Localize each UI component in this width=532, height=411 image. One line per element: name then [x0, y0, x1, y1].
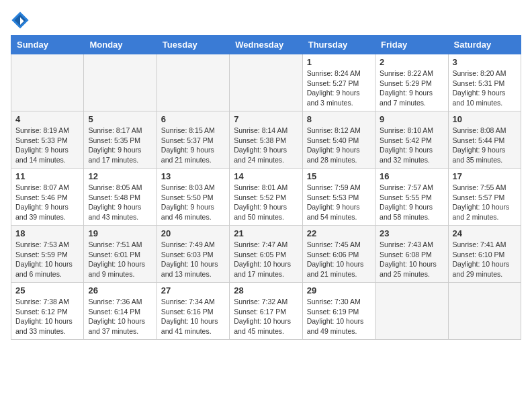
calendar-cell: 24Sunrise: 7:41 AM Sunset: 6:10 PM Dayli… [448, 226, 521, 283]
day-number: 2 [380, 57, 443, 67]
calendar-week-row: 1Sunrise: 8:24 AM Sunset: 5:27 PM Daylig… [11, 54, 521, 111]
page-header [11, 11, 521, 30]
day-info: Sunrise: 8:17 AM Sunset: 5:35 PM Dayligh… [88, 126, 152, 165]
calendar-cell: 23Sunrise: 7:43 AM Sunset: 6:08 PM Dayli… [375, 226, 448, 283]
day-number: 14 [234, 171, 298, 181]
calendar-cell [157, 54, 229, 111]
day-info: Sunrise: 7:43 AM Sunset: 6:08 PM Dayligh… [380, 240, 443, 279]
calendar-week-row: 11Sunrise: 8:07 AM Sunset: 5:46 PM Dayli… [11, 169, 521, 226]
day-number: 4 [15, 114, 79, 124]
day-info: Sunrise: 7:45 AM Sunset: 6:06 PM Dayligh… [307, 240, 371, 279]
day-info: Sunrise: 7:55 AM Sunset: 5:57 PM Dayligh… [453, 183, 517, 222]
day-info: Sunrise: 8:08 AM Sunset: 5:44 PM Dayligh… [453, 126, 517, 165]
day-info: Sunrise: 7:51 AM Sunset: 6:01 PM Dayligh… [88, 240, 152, 279]
calendar-cell: 5Sunrise: 8:17 AM Sunset: 5:35 PM Daylig… [84, 111, 157, 169]
day-number: 10 [453, 114, 517, 124]
calendar-cell: 21Sunrise: 7:47 AM Sunset: 6:05 PM Dayli… [230, 226, 302, 283]
day-number: 22 [307, 228, 371, 238]
day-info: Sunrise: 7:34 AM Sunset: 6:16 PM Dayligh… [161, 297, 225, 336]
day-info: Sunrise: 7:59 AM Sunset: 5:53 PM Dayligh… [307, 183, 371, 222]
day-info: Sunrise: 8:20 AM Sunset: 5:31 PM Dayligh… [453, 68, 517, 108]
day-info: Sunrise: 8:12 AM Sunset: 5:40 PM Dayligh… [307, 126, 371, 165]
header-monday: Monday [84, 36, 157, 54]
day-info: Sunrise: 7:53 AM Sunset: 5:59 PM Dayligh… [15, 240, 79, 279]
calendar-week-row: 18Sunrise: 7:53 AM Sunset: 5:59 PM Dayli… [11, 226, 521, 283]
calendar-cell: 8Sunrise: 8:12 AM Sunset: 5:40 PM Daylig… [302, 111, 375, 169]
day-number: 20 [161, 228, 225, 238]
day-number: 1 [307, 57, 371, 67]
day-info: Sunrise: 8:19 AM Sunset: 5:33 PM Dayligh… [15, 126, 79, 165]
day-number: 15 [307, 171, 371, 181]
day-info: Sunrise: 8:05 AM Sunset: 5:48 PM Dayligh… [88, 183, 152, 222]
day-info: Sunrise: 8:14 AM Sunset: 5:38 PM Dayligh… [234, 126, 298, 165]
day-info: Sunrise: 7:47 AM Sunset: 6:05 PM Dayligh… [234, 240, 298, 279]
calendar-cell: 28Sunrise: 7:32 AM Sunset: 6:17 PM Dayli… [230, 283, 302, 340]
calendar-cell: 15Sunrise: 7:59 AM Sunset: 5:53 PM Dayli… [302, 169, 375, 226]
logo-icon [11, 11, 30, 30]
day-number: 8 [307, 114, 371, 124]
calendar-cell: 12Sunrise: 8:05 AM Sunset: 5:48 PM Dayli… [84, 169, 157, 226]
day-info: Sunrise: 7:36 AM Sunset: 6:14 PM Dayligh… [88, 297, 152, 336]
day-number: 21 [234, 228, 298, 238]
calendar-cell: 17Sunrise: 7:55 AM Sunset: 5:57 PM Dayli… [448, 169, 521, 226]
day-info: Sunrise: 7:38 AM Sunset: 6:12 PM Dayligh… [15, 297, 79, 336]
day-number: 16 [380, 171, 443, 181]
calendar-cell: 14Sunrise: 8:01 AM Sunset: 5:52 PM Dayli… [230, 169, 302, 226]
day-info: Sunrise: 7:57 AM Sunset: 5:55 PM Dayligh… [380, 183, 443, 222]
calendar-cell: 29Sunrise: 7:30 AM Sunset: 6:19 PM Dayli… [302, 283, 375, 340]
day-number: 6 [161, 114, 225, 124]
day-info: Sunrise: 7:49 AM Sunset: 6:03 PM Dayligh… [161, 240, 225, 279]
calendar-cell [11, 54, 84, 111]
day-info: Sunrise: 8:24 AM Sunset: 5:27 PM Dayligh… [307, 68, 371, 108]
day-info: Sunrise: 7:32 AM Sunset: 6:17 PM Dayligh… [234, 297, 298, 336]
day-number: 3 [453, 57, 517, 67]
day-info: Sunrise: 8:10 AM Sunset: 5:42 PM Dayligh… [380, 126, 443, 165]
calendar-cell: 6Sunrise: 8:15 AM Sunset: 5:37 PM Daylig… [157, 111, 229, 169]
day-number: 17 [453, 171, 517, 181]
calendar-cell: 1Sunrise: 8:24 AM Sunset: 5:27 PM Daylig… [302, 54, 375, 111]
calendar-cell: 4Sunrise: 8:19 AM Sunset: 5:33 PM Daylig… [11, 111, 84, 169]
calendar-cell: 22Sunrise: 7:45 AM Sunset: 6:06 PM Dayli… [302, 226, 375, 283]
calendar-cell: 11Sunrise: 8:07 AM Sunset: 5:46 PM Dayli… [11, 169, 84, 226]
logo [11, 11, 32, 30]
calendar-cell: 7Sunrise: 8:14 AM Sunset: 5:38 PM Daylig… [230, 111, 302, 169]
calendar-cell: 18Sunrise: 7:53 AM Sunset: 5:59 PM Dayli… [11, 226, 84, 283]
header-thursday: Thursday [302, 36, 375, 54]
calendar-cell [84, 54, 157, 111]
calendar-cell [375, 283, 448, 340]
day-info: Sunrise: 8:01 AM Sunset: 5:52 PM Dayligh… [234, 183, 298, 222]
day-number: 26 [88, 285, 152, 295]
day-number: 28 [234, 285, 298, 295]
calendar-cell: 9Sunrise: 8:10 AM Sunset: 5:42 PM Daylig… [375, 111, 448, 169]
day-info: Sunrise: 8:03 AM Sunset: 5:50 PM Dayligh… [161, 183, 225, 222]
calendar-week-row: 25Sunrise: 7:38 AM Sunset: 6:12 PM Dayli… [11, 283, 521, 340]
day-number: 18 [15, 228, 79, 238]
calendar-cell: 27Sunrise: 7:34 AM Sunset: 6:16 PM Dayli… [157, 283, 229, 340]
header-tuesday: Tuesday [157, 36, 229, 54]
calendar-header-row: SundayMondayTuesdayWednesdayThursdayFrid… [11, 36, 521, 54]
day-number: 7 [234, 114, 298, 124]
calendar-cell: 2Sunrise: 8:22 AM Sunset: 5:29 PM Daylig… [375, 54, 448, 111]
day-info: Sunrise: 8:22 AM Sunset: 5:29 PM Dayligh… [380, 68, 443, 108]
calendar-cell: 3Sunrise: 8:20 AM Sunset: 5:31 PM Daylig… [448, 54, 521, 111]
calendar-table: SundayMondayTuesdayWednesdayThursdayFrid… [11, 35, 521, 340]
day-info: Sunrise: 7:41 AM Sunset: 6:10 PM Dayligh… [453, 240, 517, 279]
day-number: 27 [161, 285, 225, 295]
day-number: 23 [380, 228, 443, 238]
day-number: 12 [88, 171, 152, 181]
calendar-cell: 20Sunrise: 7:49 AM Sunset: 6:03 PM Dayli… [157, 226, 229, 283]
calendar-cell [448, 283, 521, 340]
calendar-cell: 25Sunrise: 7:38 AM Sunset: 6:12 PM Dayli… [11, 283, 84, 340]
day-number: 25 [15, 285, 79, 295]
calendar-cell: 16Sunrise: 7:57 AM Sunset: 5:55 PM Dayli… [375, 169, 448, 226]
day-number: 9 [380, 114, 443, 124]
day-number: 5 [88, 114, 152, 124]
day-info: Sunrise: 8:15 AM Sunset: 5:37 PM Dayligh… [161, 126, 225, 165]
header-friday: Friday [375, 36, 448, 54]
header-saturday: Saturday [448, 36, 521, 54]
day-number: 19 [88, 228, 152, 238]
day-info: Sunrise: 8:07 AM Sunset: 5:46 PM Dayligh… [15, 183, 79, 222]
calendar-week-row: 4Sunrise: 8:19 AM Sunset: 5:33 PM Daylig… [11, 111, 521, 169]
day-number: 29 [307, 285, 371, 295]
calendar-cell: 26Sunrise: 7:36 AM Sunset: 6:14 PM Dayli… [84, 283, 157, 340]
